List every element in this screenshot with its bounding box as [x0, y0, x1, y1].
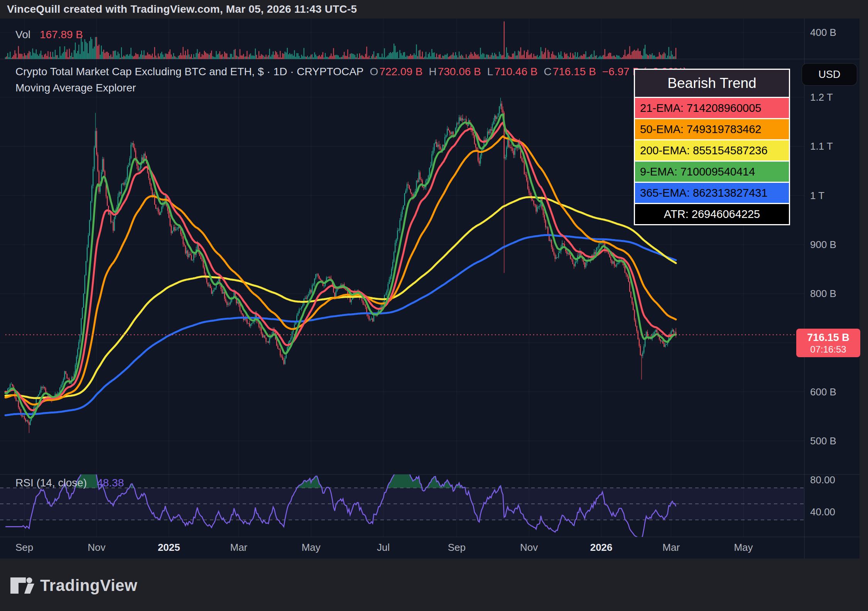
- volume-label: Vol: [15, 29, 30, 41]
- ohlc-close: C 716.15 B: [544, 66, 596, 78]
- low-value: 710.46 B: [494, 66, 537, 78]
- svg-text:Mar: Mar: [662, 542, 680, 553]
- svg-text:800 B: 800 B: [810, 288, 836, 299]
- high-label: H: [429, 66, 436, 78]
- tradingview-logo: TradingView: [10, 576, 137, 595]
- svg-text:2025: 2025: [158, 542, 180, 553]
- svg-text:Mar: Mar: [230, 542, 248, 553]
- legend-365ema-text: 365-EMA: 862313827431: [640, 187, 768, 199]
- legend-200ema-text: 200-EMA: 855154587236: [640, 144, 768, 157]
- legend-row-365ema: 365-EMA: 862313827431: [635, 182, 789, 203]
- last-price-axis-label: 716.15 B 07:16:53: [796, 329, 860, 357]
- legend-atr-text: ATR: 26946064225: [664, 208, 760, 221]
- rsi-label: RSI (14, close): [15, 477, 87, 489]
- legend-row-21ema: 21-EMA: 714208960005: [635, 97, 789, 118]
- rsi-indicator-title[interactable]: RSI (14, close) 48.38: [15, 477, 124, 489]
- tradingview-logo-text: TradingView: [40, 576, 137, 595]
- bar-countdown-timer: 07:16:53: [810, 344, 846, 354]
- svg-text:600 B: 600 B: [810, 386, 836, 398]
- svg-text:400 B: 400 B: [810, 27, 836, 38]
- svg-text:Nov: Nov: [88, 542, 105, 553]
- trend-legend-box: Bearish Trend 21-EMA: 714208960005 50-EM…: [634, 69, 790, 225]
- rsi-value: 48.38: [97, 477, 124, 489]
- legend-row-50ema: 50-EMA: 749319783462: [635, 118, 789, 139]
- legend-row-atr: ATR: 26946064225: [635, 203, 789, 224]
- last-price-value: 716.15 B: [807, 331, 849, 344]
- svg-text:1.1 T: 1.1 T: [810, 140, 833, 152]
- currency-toggle-button[interactable]: USD: [802, 63, 857, 86]
- indicator-title-ma-explorer[interactable]: Moving Average Explorer: [15, 82, 136, 94]
- volume-value: 167.89 B: [40, 29, 83, 41]
- svg-text:500 B: 500 B: [810, 435, 836, 447]
- volume-indicator-title[interactable]: Vol 167.89 B: [15, 29, 83, 41]
- close-label: C: [544, 66, 551, 78]
- legend-row-200ema: 200-EMA: 855154587236: [635, 139, 789, 160]
- open-label: O: [370, 66, 378, 78]
- svg-text:900 B: 900 B: [810, 239, 836, 250]
- svg-text:Sep: Sep: [15, 542, 33, 553]
- legend-21ema-text: 21-EMA: 714208960005: [640, 102, 761, 115]
- legend-9ema-text: 9-EMA: 710009540414: [640, 165, 755, 178]
- high-value: 730.06 B: [438, 66, 481, 78]
- ohlc-low: L 710.46 B: [487, 66, 538, 78]
- attribution-bar: VinceQuill created with TradingView.com,…: [0, 0, 868, 19]
- legend-row-9ema: 9-EMA: 710009540414: [635, 160, 789, 182]
- svg-text:May: May: [302, 542, 321, 553]
- trend-legend-title: Bearish Trend: [635, 70, 789, 97]
- ohlc-open: O 722.09 B: [370, 66, 423, 78]
- open-value: 722.09 B: [379, 66, 422, 78]
- symbol-title[interactable]: Crypto Total Market Cap Excluding BTC an…: [15, 66, 364, 78]
- legend-50ema-text: 50-EMA: 749319783462: [640, 123, 761, 136]
- svg-text:Sep: Sep: [448, 542, 466, 553]
- svg-text:May: May: [734, 542, 753, 553]
- ohlc-high: H 730.06 B: [429, 66, 481, 78]
- svg-text:1.2 T: 1.2 T: [810, 91, 833, 103]
- low-label: L: [487, 66, 493, 78]
- svg-text:1 T: 1 T: [810, 190, 824, 201]
- svg-text:Nov: Nov: [520, 542, 538, 553]
- svg-text:Jul: Jul: [377, 542, 390, 553]
- close-value: 716.15 B: [553, 66, 596, 78]
- attribution-text: VinceQuill created with TradingView.com,…: [7, 3, 357, 15]
- tradingview-chart-window: 400 B1.2 T1.1 T1 T900 B800 B600 B500 B80…: [0, 0, 868, 611]
- svg-text:2026: 2026: [590, 542, 613, 553]
- symbol-title-row: Crypto Total Market Cap Excluding BTC an…: [15, 66, 687, 78]
- svg-text:40.00: 40.00: [810, 506, 835, 518]
- svg-text:80.00: 80.00: [810, 474, 835, 486]
- tradingview-logo-icon: [10, 577, 35, 594]
